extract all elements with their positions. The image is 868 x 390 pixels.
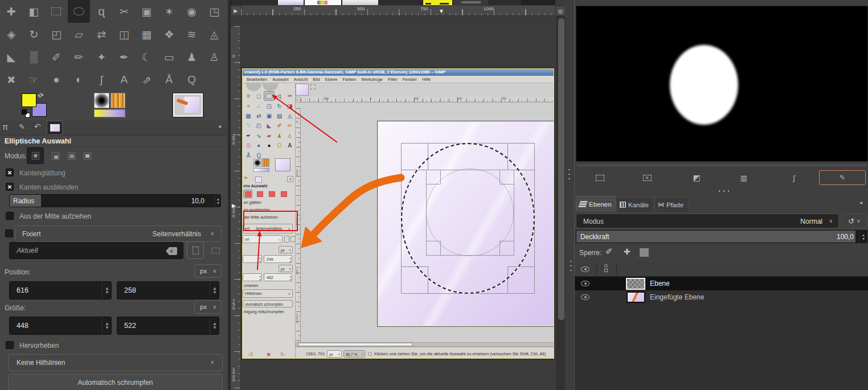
canvas-v-scrollbar[interactable] xyxy=(556,16,565,390)
inner-measure-icon[interactable]: Å xyxy=(243,150,253,160)
auto-shrink-button[interactable]: Automatisch schrumpfen xyxy=(8,374,223,390)
layer-visibility-icon[interactable] xyxy=(581,281,589,286)
mode-switch-button[interactable]: ↺ ∨ xyxy=(841,214,867,228)
size-h-field[interactable]: 522 ▲▼ xyxy=(117,317,219,335)
select-none-button[interactable]: ✕ xyxy=(640,171,654,184)
active-image-thumbnail[interactable] xyxy=(173,93,203,117)
lock-pixels-icon[interactable]: ✐ xyxy=(605,247,613,257)
ellipse-select-tool-icon[interactable] xyxy=(68,0,91,23)
tab-layers[interactable]: Ebenen xyxy=(576,196,616,212)
inner-move-icon[interactable]: ◰ xyxy=(253,121,264,130)
guides-dropdown[interactable]: Keine Hilfslinien ∨ xyxy=(8,354,223,371)
inner-bucket-icon[interactable]: ◣ xyxy=(264,121,274,130)
perspective-clone-tool-icon[interactable]: ♙ xyxy=(203,46,226,68)
radius-spinner[interactable]: ▴▾ xyxy=(215,195,219,207)
inner-arrow-icon[interactable]: ⇘ xyxy=(253,131,264,141)
blur-tool-icon[interactable]: ● xyxy=(45,68,68,91)
image-tab[interactable] xyxy=(278,0,304,5)
size-w-spinner[interactable]: ▲▼ xyxy=(102,317,109,334)
inner-fuzzy-select-icon[interactable]: ✶ xyxy=(243,101,253,110)
inner-free-select-icon[interactable]: ɋ xyxy=(275,91,285,101)
lock-alpha-icon[interactable] xyxy=(640,248,649,257)
warp-tool-icon[interactable]: ≋ xyxy=(181,23,203,46)
position-y-spinner[interactable]: ▲▼ xyxy=(210,282,217,299)
gradient-preview[interactable] xyxy=(94,109,125,117)
image-tab[interactable] xyxy=(232,0,277,5)
layer-visibility-icon[interactable] xyxy=(581,294,589,300)
size-h-spinner[interactable]: ▲▼ xyxy=(210,317,217,334)
align-tool-icon[interactable]: ◧ xyxy=(23,0,46,23)
inner-scissors-icon[interactable]: ✂ xyxy=(285,91,295,101)
inner-rect-select-icon[interactable]: ◻ xyxy=(253,91,264,101)
inner-flip-icon[interactable]: ◨ xyxy=(285,101,295,110)
selection-to-path-button[interactable]: ʃ xyxy=(787,171,801,184)
inner-clone2-icon[interactable]: ♙ xyxy=(285,131,295,141)
portrait-button[interactable] xyxy=(187,241,204,259)
pencil-tool-icon[interactable]: ✏ xyxy=(68,46,91,68)
image-tab-button[interactable] xyxy=(47,121,63,135)
rotate-tool-icon[interactable]: ↻ xyxy=(23,23,46,46)
feather-checkbox[interactable]: ✕ xyxy=(6,183,14,191)
inner-heal-icon[interactable]: ⊞ xyxy=(243,141,253,150)
measure-tool-icon[interactable]: Å xyxy=(158,68,181,91)
cage-transform-tool-icon[interactable]: ◬ xyxy=(203,23,226,46)
handle-transform-tool-icon[interactable]: ❖ xyxy=(158,23,181,46)
layer-thumbnail[interactable] xyxy=(626,278,645,290)
inner-3d-box-icon[interactable]: ▣ xyxy=(264,111,274,121)
image-tab[interactable] xyxy=(379,0,422,5)
from-center-checkbox[interactable]: ✕ xyxy=(6,212,14,220)
paths-tool-icon[interactable]: ʃ xyxy=(90,68,113,91)
inner-crop-icon[interactable]: ◳ xyxy=(264,101,274,110)
unified-transform-tool-icon[interactable]: ◈ xyxy=(0,23,23,46)
crop-tool-icon[interactable]: ◳ xyxy=(203,0,226,23)
pattern-preview[interactable] xyxy=(110,93,125,108)
inner-lock-icon[interactable]: Ω xyxy=(275,141,285,150)
inner-clone-icon[interactable]: ♟ xyxy=(275,131,285,141)
layer-name[interactable]: Ebene xyxy=(650,280,670,288)
transform-3d-tool-icon[interactable]: ◫ xyxy=(113,23,136,46)
position-x-spinner[interactable]: ▲▼ xyxy=(102,282,109,299)
image-tab[interactable] xyxy=(423,0,452,5)
ink-tool-icon[interactable]: ✒ xyxy=(113,46,136,68)
foreground-color-swatch[interactable] xyxy=(22,93,36,107)
inner-brush-icon[interactable]: ✐ xyxy=(275,121,285,130)
horizontal-ruler[interactable]: 2505007501000 xyxy=(241,6,555,16)
airbrush-tool-icon[interactable]: ✦ xyxy=(90,46,113,68)
inner-dodge-icon[interactable]: ● xyxy=(264,141,274,150)
collapse-dock-icon[interactable]: ◂ xyxy=(218,123,221,129)
scissors-select-tool-icon[interactable]: ✂ xyxy=(113,0,136,23)
inner-perspective-icon[interactable]: ▦ xyxy=(243,111,253,121)
image-tab-active[interactable] xyxy=(342,0,378,5)
lock-position-icon[interactable]: ✚ xyxy=(624,247,630,256)
text-tool-icon[interactable]: A xyxy=(113,68,136,91)
inner-align-icon[interactable]: ≡ xyxy=(243,91,253,101)
clone-tool-icon[interactable]: ♟ xyxy=(181,46,203,68)
scale-tool-icon[interactable]: ◰ xyxy=(45,23,68,46)
clear-icon[interactable]: ✕ xyxy=(166,247,177,255)
mode-replace-button[interactable] xyxy=(27,147,44,164)
save-to-channel-button[interactable]: ▥ xyxy=(737,171,751,184)
highlight-checkbox[interactable]: ✕ xyxy=(6,341,14,349)
undo-history-tab-icon[interactable]: ↶ xyxy=(34,122,41,131)
select-all-button[interactable] xyxy=(593,171,607,184)
shear-tool-icon[interactable]: ▱ xyxy=(68,23,91,46)
size-w-field[interactable]: 448 ▲▼ xyxy=(9,317,112,335)
color-picker-tool-icon[interactable]: ⇗ xyxy=(136,68,158,91)
fixed-dropdown[interactable]: Fixiert Seitenverhältnis ∨ xyxy=(15,225,222,242)
navigation-corner-button[interactable]: ◎ xyxy=(555,6,566,16)
eraser-tool-icon[interactable]: ▭ xyxy=(158,46,181,68)
gradient-tool-icon[interactable]: ▒ xyxy=(23,46,46,68)
layer-thumbnail[interactable] xyxy=(627,292,645,303)
mode-subtract-button[interactable] xyxy=(64,149,79,163)
radius-slider[interactable]: Radius 10,0 ▴▾ xyxy=(9,194,221,207)
layer-name[interactable]: Eingefügte Ebene xyxy=(650,293,704,301)
position-y-field[interactable]: 258 ▲▼ xyxy=(117,281,219,299)
position-unit-dropdown[interactable]: px ∨ xyxy=(194,264,222,278)
select-by-color-tool-icon[interactable]: ◉ xyxy=(181,0,203,23)
position-x-field[interactable]: 616 ▲▼ xyxy=(9,281,112,299)
image-tab[interactable] xyxy=(453,0,489,5)
layer-row[interactable]: Eingefügte Ebene xyxy=(575,290,868,304)
inner-rotate-icon[interactable]: ↻ xyxy=(275,101,285,110)
fuzzy-select-tool-icon[interactable]: ✶ xyxy=(158,0,181,23)
opacity-slider[interactable]: Deckkraft 100,0 xyxy=(576,230,859,243)
